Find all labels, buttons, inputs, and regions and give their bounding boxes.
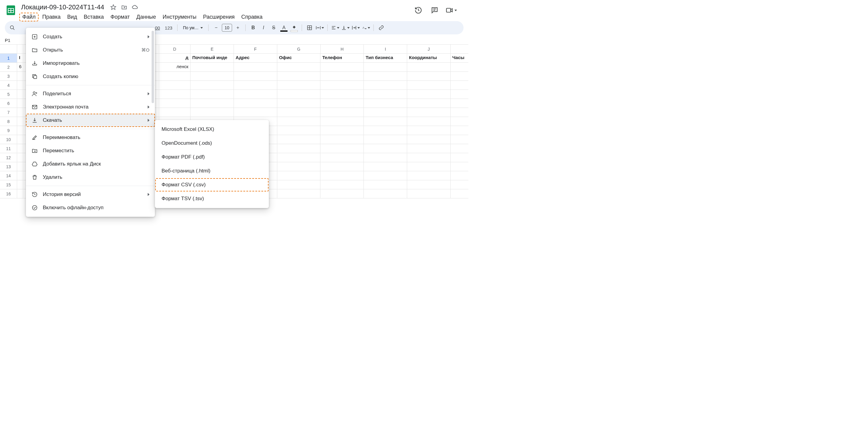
cell[interactable] [320, 63, 364, 72]
merge-cells-icon[interactable] [315, 23, 324, 32]
cell[interactable] [364, 72, 407, 81]
cell[interactable] [190, 63, 234, 72]
download-option[interactable]: OpenDocument (.ods) [155, 136, 269, 150]
column-header[interactable] [451, 44, 468, 53]
cell[interactable] [364, 63, 407, 72]
cell[interactable] [159, 90, 190, 99]
cell[interactable] [364, 171, 407, 180]
download-option[interactable]: Формат CSV (.csv) [155, 178, 269, 192]
cell[interactable] [407, 126, 451, 135]
row-header[interactable]: 2 [0, 63, 17, 72]
row-header[interactable]: 9 [0, 126, 17, 135]
cell[interactable] [277, 189, 321, 199]
menu-item-import[interactable]: Импортировать [26, 57, 155, 70]
cell[interactable] [320, 171, 364, 180]
cell[interactable] [17, 90, 23, 99]
cell[interactable]: Почтовый инде [190, 54, 234, 63]
cell[interactable] [17, 153, 23, 162]
cell[interactable] [407, 63, 451, 72]
cell[interactable] [407, 72, 451, 81]
cell[interactable] [451, 90, 468, 99]
cell[interactable] [451, 171, 468, 180]
cell[interactable] [234, 63, 277, 72]
cell[interactable]: Адрес [234, 54, 277, 63]
font-family-dropdown[interactable]: По ум… [181, 25, 205, 30]
menu-item-mail[interactable]: Электронная почта [26, 100, 155, 114]
cell[interactable] [234, 81, 277, 90]
cell[interactable] [451, 189, 468, 199]
cell[interactable] [407, 162, 451, 171]
cell[interactable] [277, 117, 321, 126]
cell[interactable] [17, 81, 23, 90]
cell[interactable] [407, 108, 451, 117]
column-header[interactable]: G [277, 44, 321, 53]
row-header[interactable]: 11 [0, 144, 17, 153]
row-header[interactable]: 15 [0, 180, 17, 189]
borders-icon[interactable] [305, 23, 314, 32]
download-option[interactable]: Веб-страница (.html) [155, 164, 269, 178]
cell[interactable] [277, 135, 321, 144]
cell[interactable] [277, 126, 321, 135]
cell[interactable] [190, 108, 234, 117]
cell[interactable] [320, 162, 364, 171]
row-header[interactable]: 13 [0, 162, 17, 171]
cell[interactable]: ленск [159, 63, 190, 72]
meet-icon[interactable] [445, 5, 461, 16]
column-header[interactable]: F [234, 44, 277, 53]
cell[interactable]: Тип бизнеса [364, 54, 407, 63]
cell[interactable] [234, 72, 277, 81]
cell[interactable] [451, 108, 468, 117]
menu-item-move[interactable]: Переместить [26, 144, 155, 157]
font-size-decrease[interactable]: − [212, 23, 221, 32]
cell[interactable] [320, 180, 364, 189]
cell[interactable] [17, 99, 23, 108]
cell[interactable] [451, 99, 468, 108]
sheets-logo[interactable] [5, 4, 17, 16]
cell[interactable] [17, 135, 23, 144]
name-box[interactable]: P1 [5, 38, 22, 43]
strikethrough-icon[interactable]: S [269, 23, 278, 32]
menu-item-offline[interactable]: Включить офлайн-доступ [26, 201, 155, 214]
row-header[interactable]: 16 [0, 189, 17, 199]
menu-item-download[interactable]: Скачать [26, 114, 155, 127]
cell[interactable] [407, 144, 451, 153]
cell[interactable] [17, 171, 23, 180]
row-header[interactable]: 8 [0, 117, 17, 126]
cell[interactable] [364, 126, 407, 135]
history-icon[interactable] [413, 5, 424, 16]
cell[interactable] [451, 153, 468, 162]
text-rotation-icon[interactable]: A [361, 23, 370, 32]
cell[interactable] [407, 189, 451, 199]
comments-icon[interactable] [429, 5, 440, 16]
menu-item-copy[interactable]: Создать копию [26, 70, 155, 83]
cell[interactable] [17, 108, 23, 117]
cell[interactable] [17, 126, 23, 135]
column-header[interactable]: E [190, 44, 234, 53]
cell[interactable]: Часы [451, 54, 468, 63]
cloud-status-icon[interactable] [131, 4, 138, 11]
cell[interactable] [190, 81, 234, 90]
cell[interactable] [190, 90, 234, 99]
cell[interactable] [364, 135, 407, 144]
row-header[interactable]: 10 [0, 135, 17, 144]
cell[interactable] [407, 171, 451, 180]
row-header[interactable]: 6 [0, 99, 17, 108]
cell[interactable] [407, 153, 451, 162]
menu-data[interactable]: Данные [133, 13, 159, 22]
column-header[interactable]: J [407, 44, 451, 53]
download-option[interactable]: Формат PDF (.pdf) [155, 150, 269, 164]
bold-icon[interactable]: B [249, 23, 258, 32]
cell[interactable] [407, 180, 451, 189]
cell[interactable]: Координаты [407, 54, 451, 63]
cell[interactable] [364, 108, 407, 117]
menu-item-drive-shortcut[interactable]: Добавить ярлык на Диск [26, 157, 155, 171]
move-to-folder-icon[interactable] [121, 4, 128, 11]
cell[interactable] [17, 144, 23, 153]
cell[interactable] [451, 144, 468, 153]
cell[interactable] [277, 72, 321, 81]
cell[interactable] [320, 108, 364, 117]
cell[interactable] [451, 135, 468, 144]
menu-view[interactable]: Вид [64, 13, 80, 22]
menu-tools[interactable]: Инструменты [160, 13, 199, 22]
cell[interactable] [320, 90, 364, 99]
